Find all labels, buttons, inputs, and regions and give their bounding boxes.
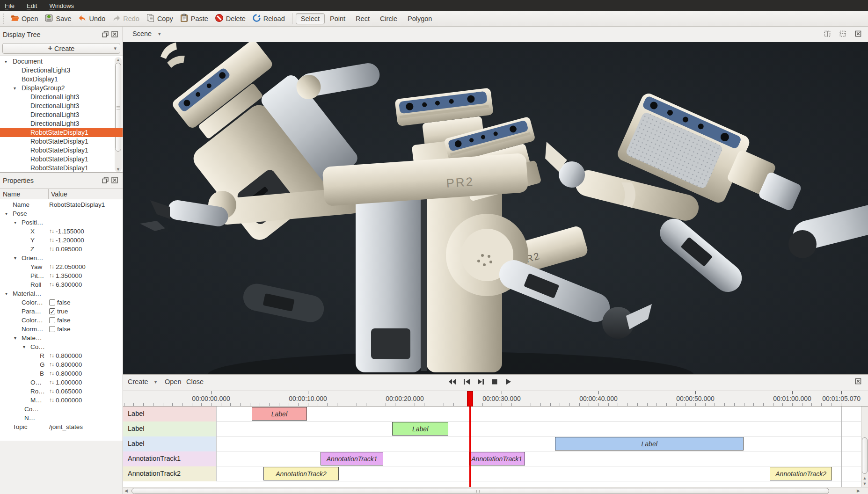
tree-item-directionallight3[interactable]: DirectionalLight3 <box>0 102 123 110</box>
property-row-yaw[interactable]: Yaw↑↓22.050000 <box>0 262 123 271</box>
mode-rect-button[interactable]: Rect <box>350 13 375 24</box>
timeline-ruler[interactable]: 00:00:00.00000:00:10.00000:00:20.00000:0… <box>123 391 868 407</box>
property-value[interactable]: ↑↓0.095000 <box>49 245 82 254</box>
property-row-positi[interactable]: ▾Positi… <box>0 218 123 227</box>
property-row-pose[interactable]: ▾Pose <box>0 209 123 218</box>
chevron-down-icon[interactable]: ▾ <box>114 45 117 51</box>
split-horizontal-icon[interactable] <box>839 30 846 37</box>
expander-icon[interactable]: ▾ <box>23 342 25 351</box>
property-row-topic[interactable]: Topic/joint_states <box>0 422 123 431</box>
property-value[interactable]: ↑↓-1.200000 <box>49 236 84 245</box>
spinner-icon[interactable]: ↑↓ <box>49 360 54 369</box>
column-divider[interactable] <box>48 189 49 199</box>
annotation-block[interactable]: AnnotationTrack2 <box>263 467 339 480</box>
delete-button[interactable]: Delete <box>212 12 249 25</box>
property-value[interactable]: ↑↓0.065000 <box>49 387 82 396</box>
property-row-orien[interactable]: ▾Orien… <box>0 254 123 262</box>
property-row-o[interactable]: O…↑↓1.000000 <box>0 378 123 387</box>
track-name-label[interactable]: Label <box>123 407 217 421</box>
stop-button[interactable] <box>491 378 498 386</box>
save-button[interactable]: Save <box>42 12 75 25</box>
expander-icon[interactable]: ▾ <box>5 209 7 218</box>
property-value[interactable]: false <box>49 325 71 334</box>
tree-item-directionallight3[interactable]: DirectionalLight3 <box>0 93 123 102</box>
mode-point-button[interactable]: Point <box>325 13 350 24</box>
close-timeline-icon[interactable] <box>855 378 861 385</box>
timeline-horizontal-scrollbar[interactable]: ◀ ▶ <box>123 487 868 494</box>
annotation-block[interactable]: Label <box>252 407 307 421</box>
spinner-icon[interactable]: ↑↓ <box>49 271 54 280</box>
scroll-down-icon[interactable]: ▼ <box>861 481 868 486</box>
spinner-icon[interactable]: ↑↓ <box>49 280 54 289</box>
spinner-icon[interactable]: ↑↓ <box>49 378 54 387</box>
property-row-name[interactable]: NameRobotStateDisplay1 <box>0 200 123 209</box>
close-panel-icon[interactable] <box>111 177 118 183</box>
property-value[interactable]: true <box>49 307 68 316</box>
spinner-icon[interactable]: ↑↓ <box>49 245 54 254</box>
expander-icon[interactable]: ▾ <box>5 289 7 298</box>
property-row-roll[interactable]: Roll↑↓6.300000 <box>0 280 123 289</box>
menu-file[interactable]: File <box>5 2 15 9</box>
close-view-icon[interactable] <box>855 30 861 37</box>
spinner-icon[interactable]: ↑↓ <box>49 387 54 396</box>
track-name-annotationtrack2[interactable]: AnnotationTrack2 <box>123 466 217 481</box>
float-panel-icon[interactable] <box>102 177 109 183</box>
property-row-mate[interactable]: ▾Mate… <box>0 334 123 342</box>
mode-select-button[interactable]: Select <box>296 13 325 24</box>
tree-item-directionallight3[interactable]: DirectionalLight3 <box>0 66 123 75</box>
open-button[interactable]: Open <box>7 12 42 25</box>
annotation-block[interactable]: AnnotationTrack1 <box>469 452 525 465</box>
track-name-label[interactable]: Label <box>123 436 217 451</box>
property-value[interactable]: ↑↓1.000000 <box>49 378 82 387</box>
property-row-color[interactable]: Color…false <box>0 298 123 307</box>
checkbox-unchecked-icon[interactable] <box>49 317 55 323</box>
property-row-y[interactable]: Y↑↓-1.200000 <box>0 236 123 245</box>
tree-item-directionallight3[interactable]: DirectionalLight3 <box>0 119 123 128</box>
expander-icon[interactable]: ▾ <box>5 57 7 66</box>
menu-windows[interactable]: Windows <box>49 2 74 9</box>
timeline-create-button[interactable]: Create <box>128 378 148 385</box>
tree-item-robotstatedisplay1[interactable]: RobotStateDisplay1 <box>0 137 123 146</box>
property-value[interactable]: /joint_states <box>49 422 83 431</box>
property-row-g[interactable]: G↑↓0.800000 <box>0 360 123 369</box>
play-button[interactable] <box>505 378 511 386</box>
spinner-icon[interactable]: ↑↓ <box>49 396 54 405</box>
tab-scene[interactable]: Scene <box>132 30 152 37</box>
property-row-color[interactable]: Color…false <box>0 316 123 325</box>
annotation-block[interactable]: AnnotationTrack1 <box>321 452 384 465</box>
chevron-down-icon[interactable]: ▾ <box>154 379 157 385</box>
property-row-r[interactable]: R↑↓0.800000 <box>0 351 123 360</box>
property-row-x[interactable]: X↑↓-1.155000 <box>0 227 123 236</box>
property-row-co[interactable]: ▾Co… <box>0 342 123 351</box>
property-value[interactable]: ↑↓0.800000 <box>49 351 82 360</box>
tree-item-robotstatedisplay1[interactable]: RobotStateDisplay1 <box>0 164 123 173</box>
spinner-icon[interactable]: ↑↓ <box>49 227 54 236</box>
scroll-left-icon[interactable]: ◀ <box>124 488 128 493</box>
timeline-vertical-scrollbar[interactable]: ▲ ▼ <box>861 407 868 487</box>
annotation-block[interactable]: AnnotationTrack2 <box>770 467 832 480</box>
tree-item-robotstatedisplay1[interactable]: RobotStateDisplay1 <box>0 128 123 137</box>
property-row-material[interactable]: ▾Material… <box>0 289 123 298</box>
spinner-icon[interactable]: ↑↓ <box>49 369 54 378</box>
property-value[interactable]: ↑↓0.000000 <box>49 396 82 405</box>
chevron-down-icon[interactable]: ▾ <box>158 31 161 37</box>
copy-button[interactable]: Copy <box>143 12 177 25</box>
property-value[interactable]: ↑↓0.800000 <box>49 369 82 378</box>
checkbox-checked-icon[interactable] <box>49 308 55 314</box>
expander-icon[interactable]: ▾ <box>14 218 16 227</box>
property-row-z[interactable]: Z↑↓0.095000 <box>0 245 123 254</box>
checkbox-unchecked-icon[interactable] <box>49 326 55 332</box>
tree-item-robotstatedisplay1[interactable]: RobotStateDisplay1 <box>0 155 123 164</box>
property-row-m[interactable]: M…↑↓0.000000 <box>0 396 123 405</box>
track-name-annotationtrack1[interactable]: AnnotationTrack1 <box>123 451 217 466</box>
spinner-icon[interactable]: ↑↓ <box>49 262 54 271</box>
property-row-n[interactable]: N… <box>0 414 123 422</box>
timeline-close-button[interactable]: Close <box>186 378 204 385</box>
undo-button[interactable]: Undo <box>75 12 109 25</box>
property-row-ro[interactable]: Ro…↑↓0.065000 <box>0 387 123 396</box>
checkbox-unchecked-icon[interactable] <box>49 299 55 305</box>
mode-circle-button[interactable]: Circle <box>375 13 402 24</box>
expander-icon[interactable]: ▾ <box>14 254 16 262</box>
property-value[interactable]: RobotStateDisplay1 <box>49 200 105 209</box>
tree-item-document[interactable]: ▾Document <box>0 57 123 66</box>
